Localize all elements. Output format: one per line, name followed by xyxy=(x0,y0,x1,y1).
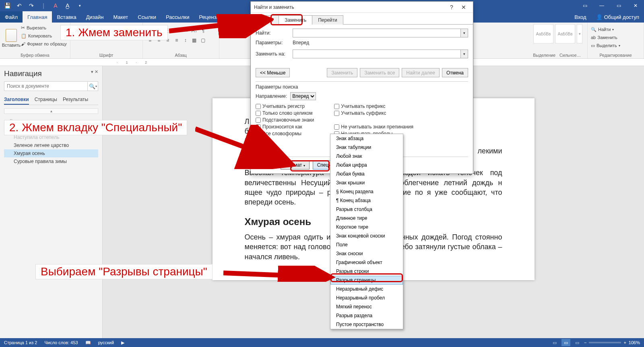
save-icon[interactable]: 💾 xyxy=(2,1,12,10)
zoom-out-button[interactable]: − xyxy=(584,340,586,345)
special-menu-item[interactable]: Знак концевой сноски xyxy=(330,231,403,240)
nav-close-icon[interactable]: ▾ ✕ xyxy=(91,69,98,74)
find-input[interactable] xyxy=(293,29,460,37)
show-marks-button[interactable]: ¶ xyxy=(199,27,207,35)
paste-button[interactable]: Вставить xyxy=(3,24,19,52)
special-menu-item[interactable]: Знак абзаца xyxy=(330,134,403,143)
nav-tab-headings[interactable]: Заголовки xyxy=(4,95,29,105)
special-menu-item[interactable]: Разрыв раздела xyxy=(330,311,403,320)
status-language[interactable]: русский xyxy=(98,340,114,345)
style-box[interactable]: ▾ xyxy=(577,24,582,43)
close-button[interactable]: ✕ xyxy=(627,0,644,11)
special-menu-item[interactable]: Разрыв строки xyxy=(330,267,403,276)
copy-button[interactable]: 📋Копировать xyxy=(21,32,67,39)
replace-dropdown-icon[interactable]: ▾ xyxy=(460,50,468,58)
tab-design[interactable]: Дизайн xyxy=(81,11,109,23)
zoom-slider[interactable] xyxy=(589,342,621,343)
cut-button[interactable]: Вырезать xyxy=(21,24,67,31)
replace-all-button[interactable]: Заменить все xyxy=(360,68,399,77)
dialog-close-button[interactable]: ✕ xyxy=(458,4,470,10)
minimize-button[interactable]: — xyxy=(593,0,610,11)
nav-search[interactable]: 🔍▾ xyxy=(4,81,98,91)
format-painter-button[interactable]: 🖌Формат по образцу xyxy=(21,40,67,48)
status-macro-icon[interactable]: ▶ xyxy=(121,340,124,345)
format-button[interactable]: Формат ▾ xyxy=(281,160,310,169)
replace-input-combo[interactable]: ▾ xyxy=(293,50,468,58)
replace-one-button[interactable]: Заменить xyxy=(327,68,357,77)
special-menu-item[interactable]: Разрыв страницы xyxy=(330,276,403,285)
find-next-button[interactable]: Найти далее xyxy=(402,68,440,77)
undo-icon[interactable]: ↶ xyxy=(14,1,24,10)
replace-button[interactable]: abЗаменить xyxy=(591,34,620,41)
tab-mailings[interactable]: Рассылки xyxy=(161,11,194,23)
less-button[interactable]: << Меньше xyxy=(256,68,290,77)
find-input-combo[interactable]: ▾ xyxy=(293,29,468,37)
find-dropdown-icon[interactable]: ▾ xyxy=(460,29,468,37)
nav-item[interactable]: Суровые правила зимы xyxy=(4,157,98,165)
special-menu-item[interactable]: Короткое тире xyxy=(330,223,403,231)
dialog-tab-find[interactable]: Найти xyxy=(253,15,279,25)
sort-button[interactable]: A↓ xyxy=(190,27,198,35)
special-menu-item[interactable]: Любая буква xyxy=(330,169,403,178)
special-menu-item[interactable]: Знак крышки xyxy=(330,178,403,187)
check-match-prefix[interactable]: Учитывать префикс xyxy=(334,103,413,109)
nav-item-selected[interactable]: Хмурая осень xyxy=(4,149,98,157)
nav-collapse-button[interactable]: ▴ xyxy=(4,108,98,114)
dialog-titlebar[interactable]: Найти и заменить ? ✕ xyxy=(251,2,473,13)
view-print-icon[interactable]: ▭ xyxy=(561,339,570,346)
dialog-tab-replace[interactable]: Заменить xyxy=(279,15,312,25)
indent-dec-button[interactable]: ⇤ xyxy=(173,27,181,35)
nav-tab-results[interactable]: Результаты xyxy=(63,95,88,105)
status-proofing-icon[interactable]: 📖 xyxy=(85,340,91,345)
check-sounds-like[interactable]: Произносится как xyxy=(256,124,314,130)
special-menu-item[interactable]: ¶ Конец абзаца xyxy=(330,196,403,205)
special-menu-item[interactable]: Разрыв столбца xyxy=(330,205,403,214)
ribbon-options-icon[interactable]: ▭ xyxy=(576,0,593,11)
check-word-forms[interactable]: Все словоформы xyxy=(256,131,314,136)
cancel-button[interactable]: Отмена xyxy=(442,68,468,77)
tab-file[interactable]: Файл xyxy=(0,11,23,23)
direction-select[interactable]: Вперед xyxy=(290,92,316,100)
special-menu-item[interactable]: Знак сноски xyxy=(330,249,403,258)
tab-insert[interactable]: Вставка xyxy=(52,11,81,23)
style-box[interactable]: АаБбВв xyxy=(555,24,575,43)
style-gallery[interactable]: АаБбВв АаБбВв ▾ xyxy=(533,24,582,52)
share-button[interactable]: 👤Общий доступ xyxy=(591,11,644,23)
special-menu-item[interactable]: Длинное тире xyxy=(330,214,403,223)
special-menu-item[interactable]: Знак табуляции xyxy=(330,143,403,152)
special-menu-item[interactable]: Неразрывный дефис xyxy=(330,285,403,293)
check-match-suffix[interactable]: Учитывать суффикс xyxy=(334,110,413,116)
shading-button[interactable]: ▦ xyxy=(190,36,198,44)
nav-tab-pages[interactable]: Страницы xyxy=(35,95,57,105)
style-box[interactable]: АаБбВв xyxy=(533,24,553,43)
special-menu-item[interactable]: § Конец раздела xyxy=(330,187,403,196)
view-read-icon[interactable]: ▭ xyxy=(550,339,559,346)
status-words[interactable]: Число слов: 453 xyxy=(44,340,78,345)
zoom-value[interactable]: 106% xyxy=(629,340,640,345)
tab-layout[interactable]: Макет xyxy=(108,11,133,23)
font-color-icon[interactable]: A xyxy=(51,1,60,10)
special-menu-item[interactable]: Любая цифра xyxy=(330,161,403,169)
dialog-tab-goto[interactable]: Перейти xyxy=(312,15,343,25)
qat-more-icon[interactable]: ▾ xyxy=(75,1,85,10)
special-menu-item[interactable]: Любой знак xyxy=(330,152,403,161)
check-match-case[interactable]: Учитывать регистр xyxy=(256,103,314,109)
indent-inc-button[interactable]: ⇥ xyxy=(182,27,190,35)
nav-item[interactable]: Зеленое летнее царство xyxy=(4,141,98,149)
find-button[interactable]: 🔍Найти▾ xyxy=(591,26,620,33)
line-spacing-button[interactable]: ↕ xyxy=(182,36,190,44)
justify-button[interactable]: ≡ xyxy=(173,36,181,44)
special-menu-item[interactable]: Поле xyxy=(330,240,403,249)
special-menu-item[interactable]: Мягкий перенос xyxy=(330,302,403,311)
tab-references[interactable]: Ссылки xyxy=(133,11,161,23)
special-menu-item[interactable]: Неразрывный пробел xyxy=(330,293,403,302)
nav-search-input[interactable] xyxy=(4,82,87,91)
signin-link[interactable]: Вход xyxy=(570,11,591,23)
check-wildcards[interactable]: Подстановочные знаки xyxy=(256,117,314,123)
dialog-help-button[interactable]: ? xyxy=(446,4,458,10)
special-menu-item[interactable]: Пустое пространство xyxy=(330,320,403,329)
borders-button[interactable]: ▢ xyxy=(199,36,207,44)
status-page[interactable]: Страница 1 из 2 xyxy=(4,340,37,345)
search-icon[interactable]: 🔍▾ xyxy=(87,82,98,91)
view-web-icon[interactable]: ▭ xyxy=(573,339,582,346)
